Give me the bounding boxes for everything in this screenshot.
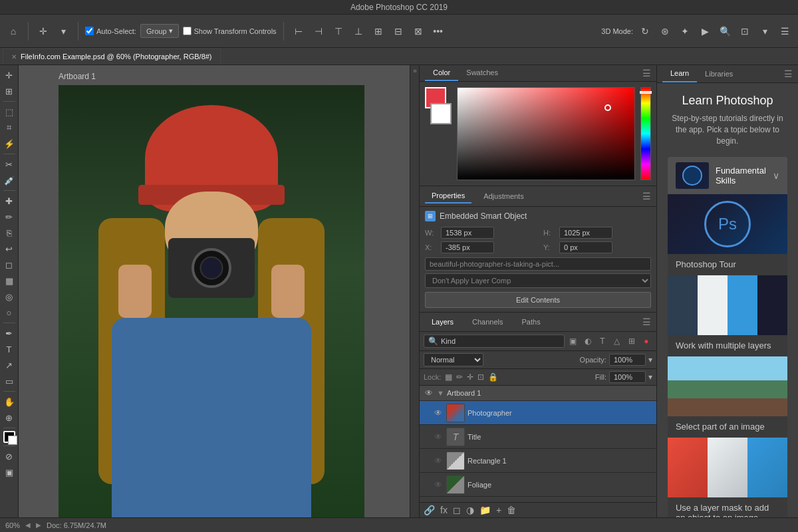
3d-rotate-icon[interactable]: ↻	[637, 23, 653, 39]
pen-tool[interactable]: ✒	[2, 326, 17, 340]
hue-slider[interactable]	[640, 87, 651, 180]
status-arrow-left[interactable]: ◀	[25, 521, 31, 529]
fill-input[interactable]	[609, 371, 646, 383]
new-layer-btn[interactable]: +	[496, 505, 501, 515]
align-right-icon[interactable]: ⊤	[331, 23, 346, 39]
screen-mode-tool[interactable]: ▣	[2, 465, 17, 479]
expand-icon[interactable]: ▾	[757, 23, 773, 39]
filter-smart-icon[interactable]: ⊞	[626, 335, 638, 347]
distribute-icon[interactable]: ⊠	[410, 23, 426, 39]
opacity-input[interactable]	[609, 354, 646, 366]
lock-brush[interactable]: ✏	[456, 372, 463, 382]
photographer-vis[interactable]: 👁	[433, 408, 444, 418]
tutorial-ps-tour[interactable]: Ps Photoshop Tour	[668, 194, 787, 275]
eyedropper-tool[interactable]: 💉	[2, 173, 17, 188]
layer-foliage[interactable]: 👁 Foliage	[420, 473, 656, 497]
opacity-dropdown[interactable]: ▾	[648, 355, 652, 364]
filter-toggle[interactable]: ●	[640, 335, 652, 347]
tab-learn[interactable]: Learn	[662, 65, 697, 82]
add-adjustment-btn[interactable]: ◑	[466, 505, 474, 515]
add-style-btn[interactable]: fx	[440, 505, 448, 515]
h-input[interactable]	[559, 227, 612, 239]
rect-vis[interactable]: 👁	[433, 456, 444, 466]
lock-all[interactable]: 🔒	[488, 372, 498, 382]
tutorial-select[interactable]: Select part of an image	[668, 356, 787, 438]
title-vis[interactable]: 👁	[433, 432, 444, 442]
heal-tool[interactable]: ✚	[2, 194, 17, 208]
foliage-vis[interactable]: 👁	[433, 479, 444, 490]
category-fundamental-header[interactable]: Fundamental Skills ∨	[668, 157, 787, 194]
add-mask-btn[interactable]: ◻	[453, 505, 461, 515]
3d-pan-icon[interactable]: ✦	[677, 23, 693, 39]
tutorial-mask[interactable]: Use a layer mask to add an object to an …	[668, 438, 787, 517]
new-group-btn[interactable]: 📁	[479, 505, 491, 515]
artboard-vis-icon[interactable]: 👁	[424, 388, 434, 398]
history-tool[interactable]: ↩	[2, 241, 17, 256]
link-layers-btn[interactable]: 🔗	[424, 505, 435, 515]
tab-channels[interactable]: Channels	[466, 315, 509, 329]
zoom-tool[interactable]: ⊕	[2, 410, 17, 425]
gradient-tool[interactable]: ▦	[2, 273, 17, 288]
x-input[interactable]	[441, 241, 494, 253]
tab-close[interactable]: ✕	[11, 53, 17, 61]
3d-camera-icon[interactable]: ▶	[697, 23, 713, 39]
options-icon[interactable]: ☰	[777, 23, 793, 39]
lock-checker[interactable]: ▦	[445, 372, 452, 382]
lock-move[interactable]: ✛	[467, 372, 473, 382]
layer-rectangle[interactable]: 👁 Rectangle 1	[420, 449, 656, 473]
filter-pixel-icon[interactable]: ▣	[567, 335, 579, 347]
move-icon[interactable]: ✛	[35, 23, 51, 39]
tab-layers[interactable]: Layers	[425, 315, 460, 329]
home-icon[interactable]: ⌂	[5, 23, 21, 39]
align-center-icon[interactable]: ⊣	[311, 23, 327, 39]
lasso-tool[interactable]: ⌗	[2, 120, 17, 135]
group-dropdown[interactable]: Group ▾	[140, 24, 179, 38]
align-left-icon[interactable]: ⊢	[291, 23, 307, 39]
tutorial-layers[interactable]: Work with multiple layers	[668, 275, 787, 356]
3d-orbit-icon[interactable]: ⊛	[657, 23, 673, 39]
learn-menu-btn[interactable]: ☰	[784, 68, 793, 79]
blur-tool[interactable]: ◎	[2, 289, 17, 304]
color-picker-area[interactable]	[457, 87, 635, 180]
align-bottom-icon[interactable]: ⊟	[390, 23, 406, 39]
artboard-tool[interactable]: ⊞	[2, 84, 17, 98]
align-mid-icon[interactable]: ⊞	[370, 23, 386, 39]
edit-contents-btn[interactable]: Edit Contents	[425, 292, 651, 308]
color-panel-menu[interactable]: ☰	[642, 68, 651, 78]
fg-color-box[interactable]	[3, 431, 15, 443]
lock-artboard[interactable]: ⊡	[477, 372, 484, 382]
quick-mask-tool[interactable]: ⊘	[2, 449, 17, 464]
layer-comp-select[interactable]: Don't Apply Layer Comp	[425, 273, 651, 288]
crop-tool[interactable]: ✂	[2, 157, 17, 172]
tab-properties[interactable]: Properties	[425, 189, 471, 203]
shape-tool[interactable]: ▭	[2, 374, 17, 388]
filter-shape-icon[interactable]: △	[611, 335, 623, 347]
align-top-icon[interactable]: ⊥	[350, 23, 366, 39]
path-tool[interactable]: ↗	[2, 358, 17, 372]
move-dropdown[interactable]: ▾	[55, 23, 71, 39]
move-tool[interactable]: ✛	[2, 68, 17, 82]
bg-color[interactable]	[430, 103, 452, 124]
properties-menu[interactable]: ☰	[642, 191, 651, 201]
clone-tool[interactable]: ⎘	[2, 225, 17, 240]
fill-dropdown[interactable]: ▾	[648, 372, 652, 382]
tab-color[interactable]: Color	[425, 65, 458, 81]
tab-adjustments[interactable]: Adjustments	[477, 190, 531, 203]
marquee-tool[interactable]: ⬚	[2, 104, 17, 119]
eraser-tool[interactable]: ◻	[2, 257, 17, 272]
auto-select-checkbox[interactable]	[85, 27, 94, 35]
side-expand[interactable]: ≡	[410, 65, 419, 517]
layer-photographer[interactable]: 👁 Photographer	[420, 401, 656, 425]
hand-tool[interactable]: ✋	[2, 394, 17, 409]
blend-mode-select[interactable]: Normal	[424, 353, 483, 366]
status-arrow-right[interactable]: ▶	[36, 521, 41, 529]
delete-layer-btn[interactable]: 🗑	[507, 505, 516, 515]
brush-tool[interactable]: ✏	[2, 209, 17, 224]
y-input[interactable]	[559, 241, 612, 253]
transform-checkbox[interactable]	[183, 27, 192, 35]
category-chevron[interactable]: ∨	[773, 170, 779, 181]
more-icon[interactable]: •••	[430, 23, 446, 39]
artboard-row[interactable]: 👁 ▼ Artboard 1	[420, 386, 656, 401]
filter-adj-icon[interactable]: ◐	[582, 335, 594, 347]
tab-swatches[interactable]: Swatches	[458, 65, 506, 81]
